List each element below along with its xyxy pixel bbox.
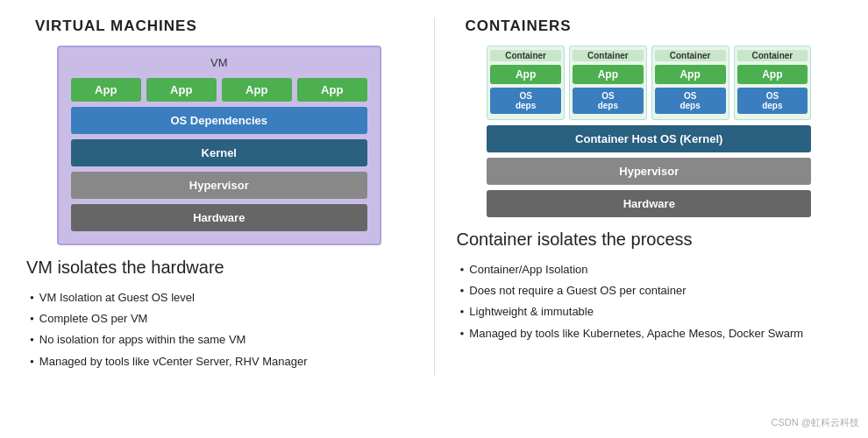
vm-bullet-1: VM Isolation at Guest OS level bbox=[30, 290, 308, 306]
vm-diagram: VM App App App App OS Dependencies Kerne… bbox=[57, 46, 381, 245]
container-os-4: OSdeps bbox=[737, 88, 808, 114]
container-app-2: App bbox=[573, 65, 644, 84]
vm-bullet-3: No isolation for apps within the same VM bbox=[30, 332, 308, 348]
container-box-3: Container App OSdeps bbox=[651, 46, 729, 120]
vm-bullet-2: Complete OS per VM bbox=[30, 311, 308, 327]
vm-bullet-4: Managed by tools like vCenter Server, RH… bbox=[30, 354, 308, 370]
container-app-3: App bbox=[655, 65, 726, 84]
container-app-1: App bbox=[490, 65, 561, 84]
containers-title: CONTAINERS bbox=[457, 18, 572, 35]
container-bullet-3: Lightweight & immutable bbox=[460, 304, 804, 320]
vm-app-1: App bbox=[71, 78, 141, 102]
watermark: CSDN @虹科云科技 bbox=[772, 416, 859, 429]
vm-app-2: App bbox=[146, 78, 217, 102]
container-os-2: OSdeps bbox=[573, 88, 644, 114]
container-hardware: Hardware bbox=[487, 190, 811, 217]
containers-column: CONTAINERS Container App OSdeps Containe… bbox=[457, 18, 843, 375]
container-label-1: Container bbox=[490, 50, 561, 61]
vm-title: VIRTUAL MACHINES bbox=[26, 18, 197, 35]
vm-kernel: Kernel bbox=[71, 139, 367, 166]
column-divider bbox=[434, 18, 435, 375]
vm-app-4: App bbox=[297, 78, 367, 102]
container-host-os: Container Host OS (Kernel) bbox=[487, 125, 811, 152]
containers-row: Container App OSdeps Container App OSdep… bbox=[487, 46, 811, 120]
vm-tagline: VM isolates the hardware bbox=[26, 258, 224, 278]
vm-app-3: App bbox=[222, 78, 292, 102]
container-label-4: Container bbox=[737, 50, 808, 61]
container-bullet-4: Managed by tools like Kubernetes, Apache… bbox=[460, 326, 804, 342]
main-layout: VIRTUAL MACHINES VM App App App App OS D… bbox=[0, 0, 868, 384]
vm-apps-row: App App App App bbox=[71, 78, 367, 102]
vm-os-deps: OS Dependencies bbox=[71, 107, 367, 134]
containers-tagline: Container isolates the process bbox=[457, 230, 693, 250]
container-app-4: App bbox=[737, 65, 808, 84]
vm-column: VIRTUAL MACHINES VM App App App App OS D… bbox=[26, 18, 412, 375]
containers-bullets: Container/App Isolation Does not require… bbox=[457, 262, 804, 347]
vm-hypervisor: Hypervisor bbox=[71, 172, 367, 199]
container-label-3: Container bbox=[655, 50, 726, 61]
container-box-2: Container App OSdeps bbox=[569, 46, 647, 120]
container-diagram: Container App OSdeps Container App OSdep… bbox=[487, 46, 811, 217]
container-os-1: OSdeps bbox=[490, 88, 561, 114]
container-os-3: OSdeps bbox=[655, 88, 726, 114]
container-box-4: Container App OSdeps bbox=[734, 46, 812, 120]
vm-label: VM bbox=[210, 56, 228, 69]
container-hypervisor: Hypervisor bbox=[487, 158, 811, 185]
vm-bullets: VM Isolation at Guest OS level Complete … bbox=[26, 290, 308, 375]
container-label-2: Container bbox=[573, 50, 644, 61]
container-box-1: Container App OSdeps bbox=[487, 46, 565, 120]
vm-hardware: Hardware bbox=[71, 204, 367, 231]
container-bullet-2: Does not require a Guest OS per containe… bbox=[460, 283, 804, 299]
container-bullet-1: Container/App Isolation bbox=[460, 262, 804, 278]
